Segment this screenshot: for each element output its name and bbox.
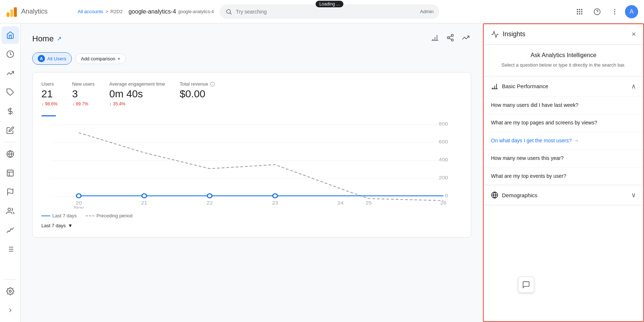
metric-users: Users 21 ↓ 98.6% [41,81,57,106]
svg-point-58 [77,194,81,198]
sidebar-item-monetization[interactable] [1,102,19,120]
sidebar-item-home[interactable] [1,26,19,44]
search-input[interactable] [236,9,416,15]
svg-text:0: 0 [445,193,448,199]
demographics-section: Demographics ∨ [484,185,643,205]
question-5[interactable]: What are my top events by user? [484,167,643,185]
sidebar-item-expand[interactable] [1,302,19,319]
chart-action-button[interactable] [429,32,440,45]
insights-close-button[interactable]: × [632,30,636,38]
list-icon [6,245,14,253]
svg-rect-2 [14,7,17,17]
question-4[interactable]: How many new users this year? [484,149,643,167]
bar-chart-small-icon [491,83,498,90]
svg-point-61 [273,194,278,198]
question-1[interactable]: How many users did I have last week? [484,96,643,114]
svg-point-3 [227,10,231,14]
share-button[interactable] [445,32,456,45]
svg-rect-8 [577,11,578,12]
chat-icon [522,281,530,289]
page-header: Home ↗ [32,32,471,45]
basic-performance-section: Basic Performance ∧ How many users did I… [484,76,643,186]
breadcrumb-sep: > [105,9,108,14]
svg-rect-6 [579,9,580,10]
insights-panel: Insights × Ask Analytics Intelligence Se… [483,23,644,322]
lifecycle-icon [6,69,14,77]
question-4-text: How many new users this year? [491,155,563,161]
ask-section: Ask Analytics Intelligence Select a ques… [484,45,643,76]
trend-button[interactable] [460,32,471,45]
page-actions [429,32,471,45]
share-icon [446,34,454,42]
search-bar[interactable]: Admin Loading ... [220,4,439,19]
settings-icon [6,287,14,295]
svg-rect-5 [577,9,578,10]
chip-letter: A [38,55,45,62]
sidebar-item-custom-insights[interactable] [1,221,19,239]
analytics-logo-icon [6,6,18,18]
account-selector[interactable]: google-analytics-4 google-analytics-4 [129,8,214,15]
insights-header: Insights × [484,24,643,45]
svg-rect-11 [577,13,578,14]
sidebar-item-campaigns[interactable] [1,183,19,201]
sidebar [0,23,21,322]
metric-new-users-value: 3 [72,88,94,100]
svg-rect-10 [581,11,582,12]
down-arrow-icon-3: ↓ [109,101,111,106]
svg-rect-13 [581,13,582,14]
user-avatar[interactable]: A [625,5,638,18]
sidebar-item-lifecycle[interactable] [1,64,19,82]
svg-rect-7 [581,9,582,10]
sidebar-item-realtime[interactable] [1,45,19,63]
chart-tab-indicator [41,115,56,116]
sidebar-item-explore[interactable] [1,145,19,163]
metric-new-users-label: New users [72,81,94,87]
more-icon [611,8,618,15]
svg-rect-24 [7,170,13,176]
svg-point-18 [614,13,615,14]
sidebar-item-list[interactable] [1,240,19,258]
chat-button[interactable] [518,277,534,293]
svg-point-42 [451,39,454,41]
question-1-text: How many users did I have last week? [491,102,578,108]
breadcrumb-accounts[interactable]: All accounts [78,9,103,14]
segment-bar: A All Users Add comparison + [32,52,471,65]
main-layout: Home ↗ [0,23,644,322]
all-users-chip[interactable]: A All Users [32,52,72,65]
metric-new-users: New users 3 ↓ 99.7% [72,81,94,106]
apps-button[interactable] [572,4,587,19]
sparkline-icon [6,226,14,234]
svg-line-44 [449,36,451,37]
demographics-title-text: Demographics [502,192,537,198]
add-comparison-button[interactable]: Add comparison + [75,53,126,64]
chart-card: Users 21 ↓ 98.6% New users 3 ↓ 99.7% [32,72,471,237]
metric-engagement-value: 0m 40s [109,88,165,100]
metric-revenue-label: Total revenue [180,81,215,87]
ask-subtitle: Select a question below or type it direc… [491,61,636,69]
metric-engagement: Average engagement time 0m 40s ↓ 35.4% [109,81,165,106]
svg-text:200: 200 [439,175,448,180]
basic-performance-header[interactable]: Basic Performance ∧ [484,76,643,96]
content-area: Home ↗ [21,23,483,322]
add-comparison-label: Add comparison [81,56,115,61]
sidebar-item-reports[interactable] [1,164,19,182]
help-button[interactable] [590,4,604,19]
sidebar-item-settings[interactable] [1,282,19,300]
date-range-button[interactable]: Last 7 days ▼ [41,223,72,228]
dollar-icon [6,107,14,115]
sidebar-item-audiences[interactable] [1,202,19,220]
question-3[interactable]: On what days I get the most users? [484,132,643,150]
metric-engagement-change: ↓ 35.4% [109,101,165,106]
sidebar-item-custom[interactable] [1,121,19,139]
question-2[interactable]: What are my top pages and screens by vie… [484,114,643,132]
more-button[interactable] [607,4,622,19]
add-comparison-icon: + [118,56,120,61]
demographics-header[interactable]: Demographics ∨ [484,185,643,205]
trend-icon [462,34,470,42]
globe-icon [6,150,14,158]
question-5-text: What are my top events by user? [491,173,566,179]
legend-solid-line [41,216,50,216]
sidebar-item-tags[interactable] [1,83,19,101]
date-range-caret-icon: ▼ [68,223,73,228]
demographics-toggle-icon: ∨ [631,191,636,199]
